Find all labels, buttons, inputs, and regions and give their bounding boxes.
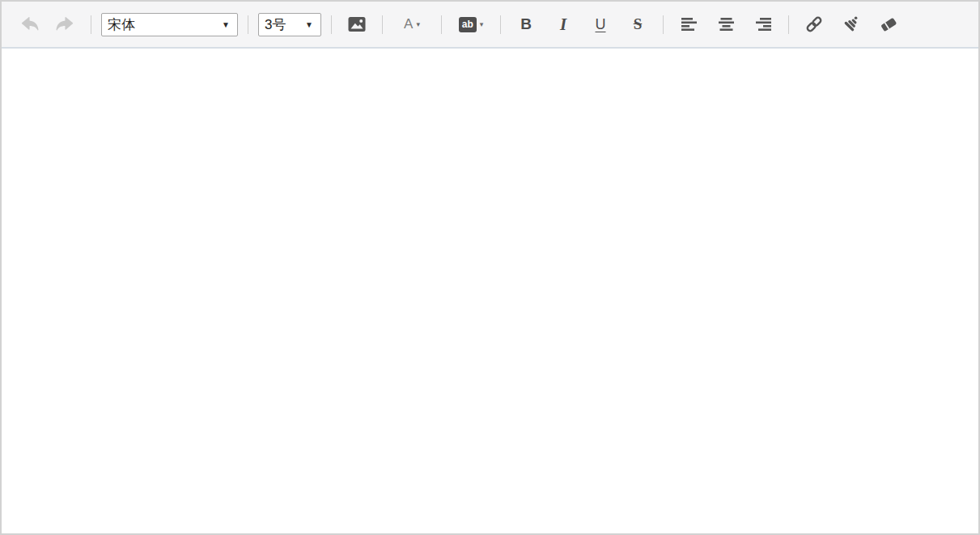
highlight-color-button[interactable]: ab ▾	[453, 11, 489, 38]
toolbar-separator	[663, 15, 664, 34]
italic-label: I	[560, 15, 566, 35]
caret-down-icon: ▾	[416, 20, 420, 28]
strikethrough-button[interactable]: S	[624, 11, 651, 38]
italic-button[interactable]: I	[549, 11, 577, 38]
eraser-button[interactable]	[875, 11, 902, 38]
toolbar-separator	[331, 15, 332, 34]
font-size-value: 3号	[265, 15, 300, 34]
link-icon	[804, 15, 824, 34]
align-left-icon	[681, 18, 697, 31]
align-right-button[interactable]	[749, 11, 777, 38]
link-button[interactable]	[800, 11, 828, 38]
underline-button[interactable]: U	[587, 11, 614, 38]
font-color-label: A	[404, 16, 413, 32]
brush-icon	[842, 15, 861, 34]
eraser-icon	[879, 15, 898, 34]
editor-toolbar: 宋体 ▼ 3号 ▼ A ▾ ab ▾ B	[2, 2, 978, 49]
strikethrough-label: S	[634, 15, 643, 33]
bold-label: B	[520, 15, 532, 33]
editor-content[interactable]	[2, 49, 978, 533]
align-center-button[interactable]	[712, 11, 740, 38]
dropdown-arrow-icon: ▼	[222, 20, 230, 29]
align-center-icon	[719, 18, 734, 31]
font-color-button[interactable]: A ▾	[394, 11, 430, 38]
highlight-color-label: ab	[459, 17, 477, 32]
font-family-select[interactable]: 宋体 ▼	[101, 13, 238, 36]
undo-button[interactable]	[15, 11, 42, 38]
align-left-button[interactable]	[675, 11, 702, 38]
undo-arrow-icon	[19, 15, 39, 35]
toolbar-separator	[382, 15, 383, 34]
toolbar-separator	[91, 15, 91, 34]
align-right-icon	[756, 18, 771, 31]
toolbar-separator	[248, 15, 248, 34]
insert-image-button[interactable]	[343, 11, 371, 38]
toolbar-separator	[788, 15, 789, 34]
redo-arrow-icon	[56, 15, 76, 35]
dropdown-arrow-icon: ▼	[305, 20, 313, 29]
underline-label: U	[596, 16, 606, 33]
redo-button[interactable]	[52, 11, 79, 38]
toolbar-separator	[441, 15, 442, 34]
font-size-select[interactable]: 3号 ▼	[258, 13, 321, 36]
format-brush-button[interactable]	[838, 11, 865, 38]
image-icon	[347, 15, 367, 34]
bold-button[interactable]: B	[512, 11, 540, 38]
toolbar-separator	[500, 15, 501, 34]
font-family-value: 宋体	[108, 15, 217, 34]
rich-text-editor: 宋体 ▼ 3号 ▼ A ▾ ab ▾ B	[0, 0, 980, 535]
caret-down-icon: ▾	[480, 20, 484, 28]
